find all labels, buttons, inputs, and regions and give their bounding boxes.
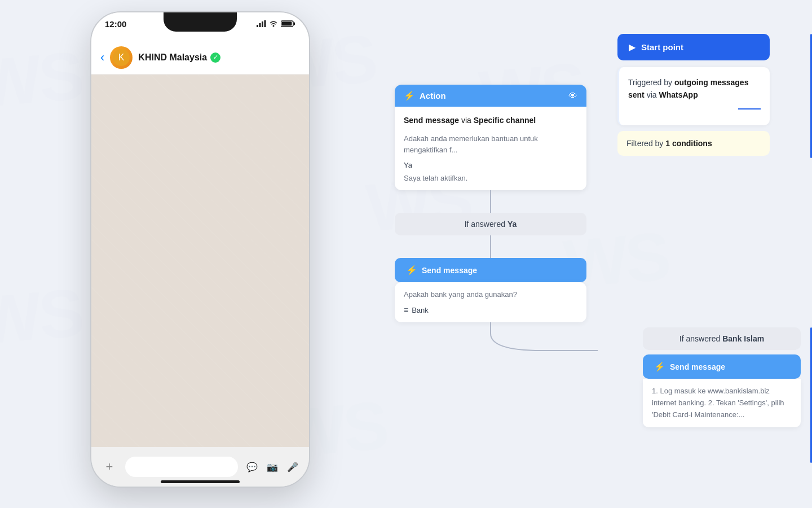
svg-text:K: K [118,52,125,62]
message-preview: Adakah anda memerlukan bantuan untuk men… [404,133,577,155]
contact-avatar: K [110,46,133,69]
plus-icon[interactable]: + [100,458,118,476]
mic-icon[interactable]: 🎤 [285,459,300,474]
if-answered-right-prefix: If answered [679,334,720,343]
svg-rect-6 [282,22,292,26]
action-card[interactable]: ⚡ Action 👁 Send message via Specific cha… [395,85,586,190]
camera-icon[interactable]: 📷 [265,459,280,474]
input-icons: 💬 📷 🎤 [245,459,300,474]
status-icons [257,18,295,27]
send-message-info: Send message via Specific channel [404,115,577,126]
action-title: Action [420,91,446,100]
trigger-bold-2: WhatsApp [659,90,698,99]
right-panel: ▶ Start point Triggered by outgoing mess… [606,34,781,156]
signal-icon [257,20,266,27]
back-button[interactable]: ‹ [100,50,104,65]
message-input[interactable] [125,457,238,477]
svg-rect-3 [264,20,266,27]
via-text: via [461,116,474,125]
channel-bold: Specific channel [474,116,536,125]
svg-rect-0 [257,25,258,27]
svg-rect-2 [262,21,263,27]
action-header: ⚡ Action 👁 [395,85,586,107]
trigger-card: Triggered by outgoing messages sent via … [617,67,770,125]
top-spacer [383,73,598,85]
start-point-icon: ▶ [629,42,636,52]
contact-name: KHIND Malaysia [138,52,207,63]
bank-tag: ≡ Bank [404,305,577,314]
if-answered-bank-bold: Bank Islam [722,334,764,343]
curve-svg [383,322,598,356]
send-message-right-card[interactable]: ⚡ Send message [643,354,801,379]
if-answered-ya-bold: Ya [508,220,517,229]
action-header-left: ⚡ Action [404,90,446,101]
phone-mockup: 12:00 [90,11,310,497]
trigger-text-1: Triggered by [628,78,672,87]
send-lightning-icon: ⚡ [406,265,417,275]
send-message-card[interactable]: ⚡ Send message [395,258,586,282]
bank-label: Bank [412,306,429,314]
right-panel-bottom: If answered Bank Islam ⚡ Send message 1.… [632,327,812,427]
reply-saya: Saya telah aktifkan. [404,174,577,182]
phone-frame: 12:00 [90,11,310,488]
list-icon: ≡ [404,305,408,314]
svg-rect-1 [259,23,261,27]
whatsapp-header: ‹ K KHIND Malaysia ✓ [91,41,309,75]
status-time: 12:00 [105,18,126,29]
wifi-icon [269,20,278,27]
if-answered-bank-islam-card[interactable]: If answered Bank Islam [643,327,801,350]
curved-connector-area [383,322,598,356]
send-message-body-text: 1. Log masuk ke www.bankislam.biz intern… [652,387,784,419]
start-point-label: Start point [641,42,683,52]
bank-question: Apakah bank yang anda gunakan? [404,290,577,299]
send-message-right-label: Send message [670,362,725,371]
send-lightning-right-icon: ⚡ [654,361,665,372]
second-message-card: Apakah bank yang anda gunakan? ≡ Bank [395,282,586,322]
flow-diagram: ⚡ Action 👁 Send message via Specific cha… [383,73,598,356]
if-answered-ya-card[interactable]: If answered Ya [395,213,586,235]
trigger-via: via [647,90,659,99]
reply-ya: Ya [404,161,577,169]
eye-icon[interactable]: 👁 [568,91,577,101]
action-body: Send message via Specific channel Adakah… [395,107,586,190]
send-message-right-body: 1. Log masuk ke www.bankislam.biz intern… [643,379,801,427]
action-lightning-icon: ⚡ [404,90,415,101]
second-message-body: Apakah bank yang anda gunakan? ≡ Bank [395,282,586,322]
chat-area [91,75,309,447]
send-message-label: Send message [422,266,477,275]
verified-check-icon: ✓ [213,54,218,61]
verified-badge: ✓ [210,52,220,63]
start-point-button[interactable]: ▶ Start point [617,34,770,60]
trigger-divider [738,108,761,110]
if-answered-prefix: If answered [465,220,505,229]
filter-card: Filtered by 1 conditions [617,131,770,156]
filter-bold: 1 conditions [665,139,712,148]
phone-notch [164,12,237,32]
send-message-bold: Send message [404,116,459,125]
connector-2 [490,235,491,258]
svg-rect-7 [294,23,295,25]
svg-point-4 [273,25,275,27]
chat-background [91,75,309,447]
filter-prefix: Filtered by [626,139,663,148]
contact-info: KHIND Malaysia ✓ [138,52,300,63]
battery-icon [281,20,295,27]
home-indicator [161,480,240,483]
chat-icon[interactable]: 💬 [245,459,259,474]
connector-1 [490,190,491,213]
